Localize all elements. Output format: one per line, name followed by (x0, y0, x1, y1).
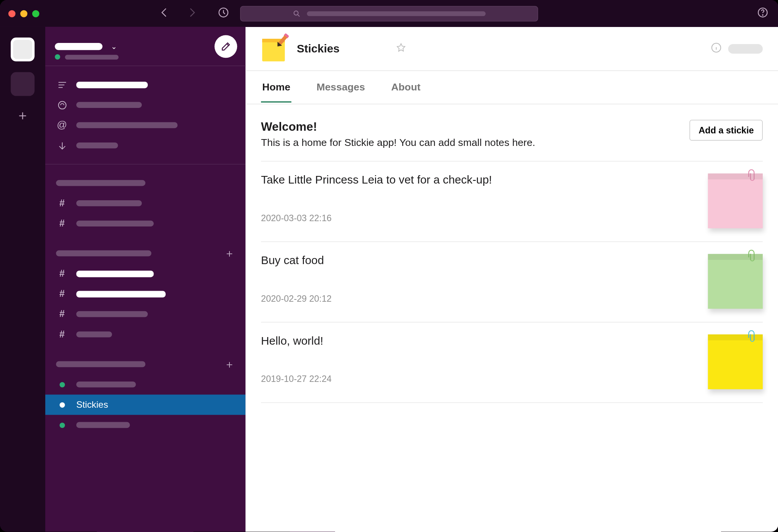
app-header: Stickies (245, 27, 778, 71)
stickies-list: Take Little Princess Leia to vet for a c… (261, 161, 763, 403)
stickie-text: Take Little Princess Leia to vet for a c… (261, 173, 492, 187)
channel-item[interactable]: # (45, 193, 245, 213)
nav-more[interactable] (45, 135, 245, 155)
stickies-app-icon (261, 36, 286, 61)
channel-item[interactable]: # (45, 304, 245, 324)
channel-item[interactable]: # (45, 284, 245, 304)
nav-threads[interactable] (45, 74, 245, 95)
channel-item[interactable]: # (45, 263, 245, 283)
minimize-window-button[interactable] (20, 10, 27, 17)
fullscreen-window-button[interactable] (32, 10, 40, 17)
apps-section-header[interactable]: ＋ (45, 354, 245, 374)
nav-mentions[interactable]: @ (45, 115, 245, 135)
add-stickie-button[interactable]: Add a stickie (690, 120, 763, 141)
sidebar-nav: @ (45, 66, 245, 165)
nav-dms[interactable] (45, 95, 245, 115)
sidebar-item-stickies[interactable]: Stickies (45, 394, 245, 415)
channels-section-header[interactable]: ＋ (45, 243, 245, 263)
stickie-item[interactable]: Hello, world!2019-10-27 22:24 (261, 322, 763, 403)
paperclip-icon (746, 329, 757, 345)
welcome-title: Welcome! (261, 120, 535, 133)
add-channel-button[interactable]: ＋ (224, 246, 235, 261)
paperclip-icon (746, 169, 757, 184)
channel-item[interactable]: # (45, 324, 245, 344)
workspace-header[interactable]: ⌄ (45, 27, 245, 66)
chevron-down-icon: ⌄ (111, 42, 117, 51)
channel-item[interactable]: # (45, 214, 245, 234)
tab-messages[interactable]: Messages (315, 72, 366, 103)
sidebar: ⌄ @ # # ＋ # # # # ＋ Stick (45, 27, 245, 532)
stickie-note-icon (708, 173, 762, 228)
svg-point-3 (762, 14, 763, 15)
stickie-text: Hello, world! (261, 334, 332, 348)
add-workspace-button[interactable]: ＋ (16, 107, 29, 125)
app-tabs: Home Messages About (245, 71, 778, 104)
stickie-timestamp: 2020-02-29 20:12 (261, 293, 332, 304)
workspace-other[interactable] (11, 72, 35, 96)
stickie-note-icon (708, 254, 762, 309)
stickie-timestamp: 2020-03-03 22:16 (261, 213, 492, 223)
help-button[interactable] (757, 6, 769, 21)
svg-point-1 (294, 11, 298, 15)
close-window-button[interactable] (8, 10, 16, 17)
stickie-item[interactable]: Take Little Princess Leia to vet for a c… (261, 161, 763, 242)
header-pill (728, 44, 763, 53)
history-button[interactable] (218, 6, 229, 21)
tab-home[interactable]: Home (261, 72, 291, 103)
app-title: Stickies (297, 42, 340, 55)
welcome-description: This is a home for Stickie app! You can … (261, 137, 535, 149)
stickie-timestamp: 2019-10-27 22:24 (261, 374, 332, 384)
workspace-active[interactable] (11, 38, 35, 62)
dm-item[interactable] (45, 374, 245, 394)
app-content: Welcome! This is a home for Stickie app!… (245, 104, 778, 532)
stickie-item[interactable]: Buy cat food2020-02-29 20:12 (261, 241, 763, 322)
add-app-button[interactable]: ＋ (224, 357, 235, 372)
svg-point-4 (58, 101, 66, 109)
titlebar (0, 0, 778, 27)
forward-button[interactable] (186, 6, 198, 21)
search-input[interactable] (240, 6, 538, 21)
channels-header[interactable] (45, 173, 245, 193)
presence-indicator (55, 54, 60, 60)
compose-button[interactable] (215, 35, 237, 58)
paperclip-icon (746, 249, 757, 265)
main-panel: Stickies Home Messages About Welcome! Th… (245, 27, 778, 532)
star-button[interactable] (395, 42, 406, 55)
window-controls (8, 10, 40, 17)
back-button[interactable] (158, 6, 170, 21)
search-placeholder (307, 11, 486, 16)
workspace-rail: ＋ (0, 27, 45, 532)
stickie-text: Buy cat food (261, 254, 332, 267)
tab-about[interactable]: About (390, 72, 422, 103)
search-icon (293, 9, 301, 17)
info-button[interactable] (710, 41, 722, 56)
stickie-note-icon (708, 334, 762, 389)
dm-item[interactable] (45, 415, 245, 435)
app-window: ＋ ⌄ @ # # ＋ # # # # (0, 0, 778, 532)
